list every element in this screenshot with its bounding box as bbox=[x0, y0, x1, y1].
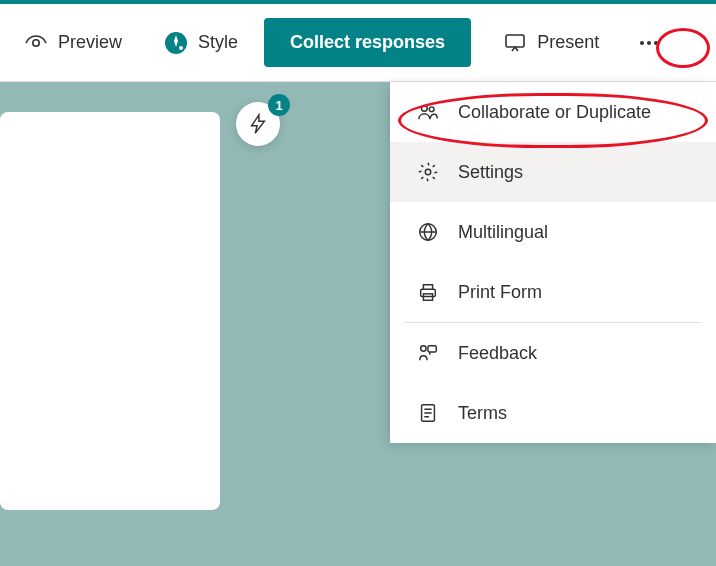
menu-feedback[interactable]: Feedback bbox=[390, 323, 716, 383]
menu-multilingual[interactable]: Multilingual bbox=[390, 202, 716, 262]
svg-point-0 bbox=[33, 39, 39, 45]
printer-icon bbox=[416, 280, 440, 304]
style-button[interactable]: Style bbox=[148, 23, 254, 63]
eye-icon bbox=[24, 31, 48, 55]
present-label: Present bbox=[537, 32, 599, 53]
people-icon bbox=[416, 100, 440, 124]
fab-badge: 1 bbox=[268, 94, 290, 116]
svg-point-2 bbox=[179, 46, 183, 50]
svg-point-8 bbox=[429, 107, 434, 112]
svg-rect-14 bbox=[428, 346, 436, 352]
svg-point-7 bbox=[421, 105, 427, 111]
preview-label: Preview bbox=[58, 32, 122, 53]
present-icon bbox=[503, 31, 527, 55]
fab-badge-count: 1 bbox=[275, 98, 282, 113]
menu-feedback-label: Feedback bbox=[458, 343, 537, 364]
menu-print-label: Print Form bbox=[458, 282, 542, 303]
menu-collaborate-label: Collaborate or Duplicate bbox=[458, 102, 651, 123]
menu-terms[interactable]: Terms bbox=[390, 383, 716, 443]
svg-point-4 bbox=[640, 41, 644, 45]
header-toolbar: Preview Style Collect responses Present bbox=[0, 4, 716, 82]
menu-collaborate[interactable]: Collaborate or Duplicate bbox=[390, 82, 716, 142]
menu-settings[interactable]: Settings bbox=[390, 142, 716, 202]
globe-icon bbox=[416, 220, 440, 244]
feedback-icon bbox=[416, 341, 440, 365]
svg-point-5 bbox=[647, 41, 651, 45]
lightning-icon bbox=[246, 112, 270, 136]
svg-point-9 bbox=[425, 169, 431, 175]
more-options-menu: Collaborate or Duplicate Settings Multil… bbox=[390, 82, 716, 443]
collect-responses-button[interactable]: Collect responses bbox=[264, 18, 471, 67]
style-badge-icon bbox=[164, 31, 188, 55]
preview-button[interactable]: Preview bbox=[8, 23, 138, 63]
gear-icon bbox=[416, 160, 440, 184]
menu-multilingual-label: Multilingual bbox=[458, 222, 548, 243]
svg-rect-3 bbox=[506, 35, 524, 47]
menu-terms-label: Terms bbox=[458, 403, 507, 424]
menu-print[interactable]: Print Form bbox=[390, 262, 716, 322]
style-label: Style bbox=[198, 32, 238, 53]
more-horizontal-icon bbox=[637, 31, 661, 55]
svg-point-6 bbox=[654, 41, 658, 45]
more-options-button[interactable] bbox=[627, 25, 671, 61]
menu-settings-label: Settings bbox=[458, 162, 523, 183]
form-card bbox=[0, 112, 220, 510]
document-icon bbox=[416, 401, 440, 425]
svg-point-13 bbox=[421, 346, 427, 352]
collect-label: Collect responses bbox=[290, 32, 445, 52]
present-button[interactable]: Present bbox=[487, 23, 615, 63]
